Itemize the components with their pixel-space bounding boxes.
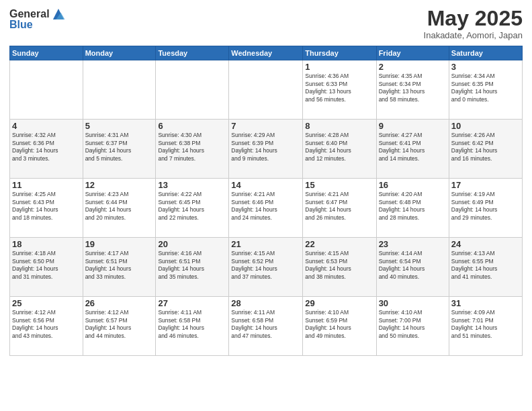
day-info: Sunrise: 4:15 AM Sunset: 6:53 PM Dayligh… [305,250,373,281]
day-number: 27 [158,298,226,308]
day-info: Sunrise: 4:14 AM Sunset: 6:54 PM Dayligh… [379,250,447,281]
day-info: Sunrise: 4:17 AM Sunset: 6:51 PM Dayligh… [85,250,154,281]
day-number: 31 [451,298,520,308]
day-info: Sunrise: 4:19 AM Sunset: 6:49 PM Dayligh… [451,191,520,222]
header-saturday: Saturday [449,46,522,60]
day-number: 14 [231,180,300,190]
table-row: 28Sunrise: 4:11 AM Sunset: 6:58 PM Dayli… [229,297,303,356]
day-number: 15 [305,180,373,190]
day-number: 10 [451,121,520,131]
location-subtitle: Inakadate, Aomori, Japan [424,30,523,40]
day-info: Sunrise: 4:11 AM Sunset: 6:58 PM Dayligh… [158,309,226,340]
table-row: 1Sunrise: 4:36 AM Sunset: 6:33 PM Daylig… [303,60,376,120]
logo-icon [51,7,66,21]
day-info: Sunrise: 4:10 AM Sunset: 6:59 PM Dayligh… [305,309,373,340]
header-tuesday: Tuesday [156,46,229,60]
table-row: 24Sunrise: 4:13 AM Sunset: 6:55 PM Dayli… [449,238,522,297]
table-row: 6Sunrise: 4:30 AM Sunset: 6:38 PM Daylig… [156,120,229,179]
table-row: 26Sunrise: 4:12 AM Sunset: 6:57 PM Dayli… [83,297,156,356]
table-row: 9Sunrise: 4:27 AM Sunset: 6:41 PM Daylig… [376,120,449,179]
day-info: Sunrise: 4:35 AM Sunset: 6:34 PM Dayligh… [379,73,447,103]
day-number: 11 [12,180,81,190]
calendar-week-2: 4Sunrise: 4:32 AM Sunset: 6:36 PM Daylig… [10,120,523,179]
day-info: Sunrise: 4:25 AM Sunset: 6:43 PM Dayligh… [12,191,81,222]
day-info: Sunrise: 4:18 AM Sunset: 6:50 PM Dayligh… [12,250,81,281]
day-info: Sunrise: 4:30 AM Sunset: 6:38 PM Dayligh… [158,132,226,163]
day-number: 30 [379,298,447,308]
day-info: Sunrise: 4:20 AM Sunset: 6:48 PM Dayligh… [379,191,447,222]
title-block: May 2025 Inakadate, Aomori, Japan [424,7,523,40]
day-number: 3 [451,62,520,72]
header-monday: Monday [83,46,156,60]
table-row [229,60,303,120]
day-info: Sunrise: 4:12 AM Sunset: 6:57 PM Dayligh… [85,309,154,340]
table-row: 4Sunrise: 4:32 AM Sunset: 6:36 PM Daylig… [10,120,83,179]
table-row: 15Sunrise: 4:21 AM Sunset: 6:47 PM Dayli… [303,179,376,238]
calendar-week-5: 25Sunrise: 4:12 AM Sunset: 6:56 PM Dayli… [10,297,523,356]
day-info: Sunrise: 4:36 AM Sunset: 6:33 PM Dayligh… [305,73,373,103]
day-info: Sunrise: 4:15 AM Sunset: 6:52 PM Dayligh… [231,250,300,281]
day-number: 28 [231,298,300,308]
logo: General Blue [9,7,66,31]
day-number: 7 [231,121,300,131]
table-row: 13Sunrise: 4:22 AM Sunset: 6:45 PM Dayli… [156,179,229,238]
table-row: 18Sunrise: 4:18 AM Sunset: 6:50 PM Dayli… [10,238,83,297]
table-row [156,60,229,120]
day-info: Sunrise: 4:28 AM Sunset: 6:40 PM Dayligh… [305,132,373,163]
day-info: Sunrise: 4:26 AM Sunset: 6:42 PM Dayligh… [451,132,520,163]
calendar-week-1: 1Sunrise: 4:36 AM Sunset: 6:33 PM Daylig… [10,60,523,120]
table-row: 30Sunrise: 4:10 AM Sunset: 7:00 PM Dayli… [376,297,449,356]
day-info: Sunrise: 4:11 AM Sunset: 6:58 PM Dayligh… [231,309,300,340]
table-row: 10Sunrise: 4:26 AM Sunset: 6:42 PM Dayli… [449,120,522,179]
header-wednesday: Wednesday [229,46,303,60]
day-number: 22 [305,239,373,249]
table-row: 14Sunrise: 4:21 AM Sunset: 6:46 PM Dayli… [229,179,303,238]
table-row: 20Sunrise: 4:16 AM Sunset: 6:51 PM Dayli… [156,238,229,297]
table-row: 7Sunrise: 4:29 AM Sunset: 6:39 PM Daylig… [229,120,303,179]
table-row: 12Sunrise: 4:23 AM Sunset: 6:44 PM Dayli… [83,179,156,238]
header: General Blue May 2025 Inakadate, Aomori,… [9,7,523,40]
day-number: 26 [85,298,154,308]
day-number: 23 [379,239,447,249]
page: General Blue May 2025 Inakadate, Aomori,… [0,0,532,411]
table-row [10,60,83,120]
day-info: Sunrise: 4:10 AM Sunset: 7:00 PM Dayligh… [379,309,447,340]
day-info: Sunrise: 4:34 AM Sunset: 6:35 PM Dayligh… [451,73,520,103]
day-info: Sunrise: 4:31 AM Sunset: 6:37 PM Dayligh… [85,132,154,163]
table-row: 23Sunrise: 4:14 AM Sunset: 6:54 PM Dayli… [376,238,449,297]
day-number: 4 [12,121,81,131]
day-number: 18 [12,239,81,249]
header-friday: Friday [376,46,449,60]
calendar-week-3: 11Sunrise: 4:25 AM Sunset: 6:43 PM Dayli… [10,179,523,238]
day-number: 6 [158,121,226,131]
day-number: 19 [85,239,154,249]
day-info: Sunrise: 4:21 AM Sunset: 6:47 PM Dayligh… [305,191,373,222]
table-row: 19Sunrise: 4:17 AM Sunset: 6:51 PM Dayli… [83,238,156,297]
day-info: Sunrise: 4:32 AM Sunset: 6:36 PM Dayligh… [12,132,81,163]
day-number: 25 [12,298,81,308]
table-row: 25Sunrise: 4:12 AM Sunset: 6:56 PM Dayli… [10,297,83,356]
day-number: 9 [379,121,447,131]
table-row: 31Sunrise: 4:09 AM Sunset: 7:01 PM Dayli… [449,297,522,356]
day-number: 12 [85,180,154,190]
day-number: 16 [379,180,447,190]
calendar-header-row: Sunday Monday Tuesday Wednesday Thursday… [10,46,523,60]
table-row [83,60,156,120]
header-sunday: Sunday [10,46,83,60]
day-number: 13 [158,180,226,190]
day-number: 2 [379,62,447,72]
table-row: 22Sunrise: 4:15 AM Sunset: 6:53 PM Dayli… [303,238,376,297]
day-info: Sunrise: 4:23 AM Sunset: 6:44 PM Dayligh… [85,191,154,222]
day-info: Sunrise: 4:16 AM Sunset: 6:51 PM Dayligh… [158,250,226,281]
table-row: 17Sunrise: 4:19 AM Sunset: 6:49 PM Dayli… [449,179,522,238]
day-info: Sunrise: 4:22 AM Sunset: 6:45 PM Dayligh… [158,191,226,222]
table-row: 27Sunrise: 4:11 AM Sunset: 6:58 PM Dayli… [156,297,229,356]
table-row: 16Sunrise: 4:20 AM Sunset: 6:48 PM Dayli… [376,179,449,238]
table-row: 29Sunrise: 4:10 AM Sunset: 6:59 PM Dayli… [303,297,376,356]
month-title: May 2025 [424,7,523,30]
day-info: Sunrise: 4:12 AM Sunset: 6:56 PM Dayligh… [12,309,81,340]
day-number: 20 [158,239,226,249]
day-info: Sunrise: 4:29 AM Sunset: 6:39 PM Dayligh… [231,132,300,163]
day-info: Sunrise: 4:27 AM Sunset: 6:41 PM Dayligh… [379,132,447,163]
calendar-table: Sunday Monday Tuesday Wednesday Thursday… [9,46,523,356]
